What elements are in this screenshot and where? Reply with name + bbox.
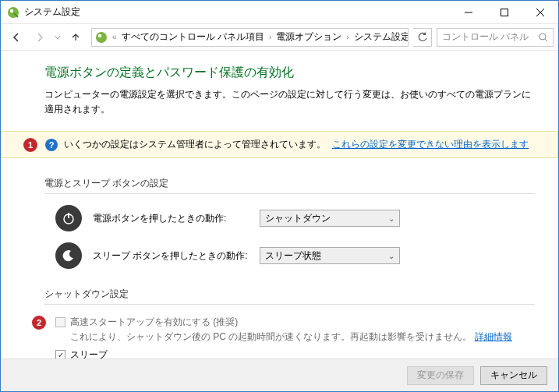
info-icon: ? (45, 139, 58, 151)
row-label: スリープ ボタンを押したときの動作: (93, 249, 249, 263)
up-button[interactable] (65, 28, 87, 47)
breadcrumb[interactable]: 電源オプション (276, 30, 341, 44)
cancel-button[interactable]: キャンセル (480, 366, 547, 385)
search-input[interactable]: コントロール パネル (437, 28, 554, 47)
search-placeholder: コントロール パネル (442, 30, 534, 44)
callout-badge-1: 1 (23, 138, 37, 152)
sleep-button-select[interactable]: スリープ状態 ⌄ (260, 247, 400, 264)
fast-startup-desc: これにより、シャットダウン後の PC の起動時間が速くなります。再起動は影響を受… (70, 330, 535, 344)
chevron-icon: › (346, 33, 348, 41)
back-button[interactable] (5, 28, 27, 47)
breadcrumb[interactable]: システム設定 (354, 30, 409, 44)
details-link[interactable]: 詳細情報 (475, 331, 512, 342)
page-description: コンピューターの電源設定を選択できます。このページの設定に対して行う変更は、お使… (44, 87, 535, 117)
address-icon (95, 31, 108, 44)
sleep-checkbox[interactable]: スリープ (55, 348, 535, 358)
close-button[interactable] (522, 1, 558, 24)
app-icon (7, 6, 19, 19)
chevron-down-icon: ⌄ (388, 214, 394, 223)
svg-rect-3 (501, 9, 508, 16)
navbar: « すべてのコントロール パネル項目 › 電源オプション › システム設定 コン… (1, 24, 558, 51)
content-area: 電源ボタンの定義とパスワード保護の有効化 コンピューターの電源設定を選択できます… (1, 51, 558, 358)
svg-point-1 (10, 9, 13, 12)
refresh-button[interactable] (413, 28, 432, 47)
sleep-button-row: スリープ ボタンを押したときの動作: スリープ状態 ⌄ (55, 242, 535, 269)
minimize-button[interactable] (451, 1, 486, 24)
checkbox-label: スリープ (70, 348, 108, 358)
chevron-icon: « (112, 33, 117, 41)
footer: 変更の保存 キャンセル (1, 358, 558, 391)
shutdown-section: シャットダウン設定 2 高速スタートアップを有効にする (推奨) これにより、シ… (44, 288, 535, 358)
search-icon (539, 33, 548, 42)
power-icon (55, 205, 82, 231)
fast-startup-checkbox: 高速スタートアップを有効にする (推奨) (55, 316, 535, 329)
page-title: 電源ボタンの定義とパスワード保護の有効化 (44, 65, 535, 81)
callout-badge-2: 2 (32, 316, 46, 330)
checkbox-icon (55, 350, 65, 358)
window-title: システム設定 (24, 5, 451, 19)
maximize-button[interactable] (486, 1, 522, 24)
power-button-row: 電源ボタンを押したときの動作: シャットダウン ⌄ (55, 205, 535, 231)
titlebar: システム設定 (1, 1, 558, 24)
address-bar[interactable]: « すべてのコントロール パネル項目 › 電源オプション › システム設定 (91, 28, 409, 47)
chevron-down-icon: ⌄ (388, 252, 394, 260)
history-dropdown[interactable] (52, 34, 63, 41)
svg-point-6 (96, 32, 107, 43)
info-banner: 1 ? いくつかの設定はシステム管理者によって管理されています。 これらの設定を… (1, 131, 558, 158)
sleep-icon (55, 242, 82, 269)
breadcrumb[interactable]: すべてのコントロール パネル項目 (122, 30, 264, 44)
chevron-icon: › (269, 33, 271, 41)
info-text: いくつかの設定はシステム管理者によって管理されています。 (64, 138, 326, 151)
power-sleep-section: 電源とスリープ ボタンの設定 電源ボタンを押したときの動作: シャットダウン ⌄… (44, 177, 535, 269)
section-header: シャットダウン設定 (44, 288, 535, 305)
row-label: 電源ボタンを押したときの動作: (93, 212, 249, 225)
svg-point-8 (540, 34, 546, 40)
svg-point-7 (98, 34, 101, 37)
info-link[interactable]: これらの設定を変更できない理由を表示します (332, 138, 529, 151)
power-button-select[interactable]: シャットダウン ⌄ (260, 210, 400, 227)
save-button[interactable]: 変更の保存 (407, 366, 474, 385)
forward-button[interactable] (29, 28, 51, 47)
svg-line-9 (545, 39, 547, 41)
section-header: 電源とスリープ ボタンの設定 (44, 177, 535, 194)
checkbox-label: 高速スタートアップを有効にする (推奨) (70, 316, 238, 329)
checkbox-icon (55, 317, 65, 327)
